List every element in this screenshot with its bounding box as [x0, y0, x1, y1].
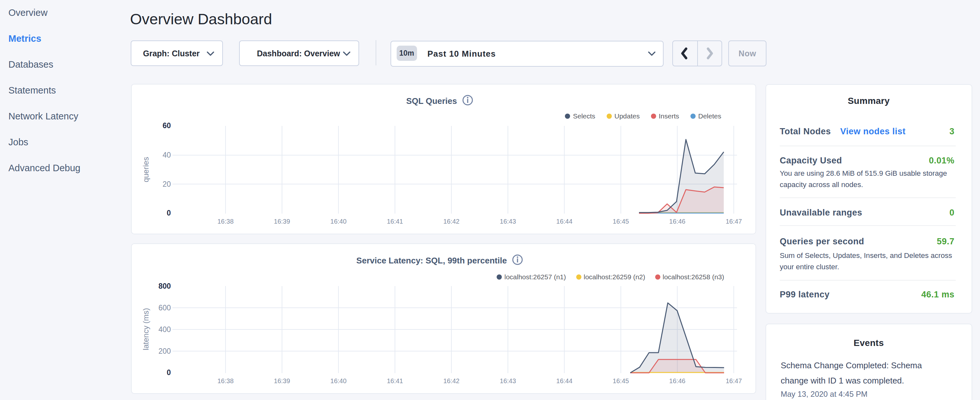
svg-text:16:40: 16:40: [330, 218, 347, 225]
svg-text:16:43: 16:43: [500, 218, 516, 225]
svg-text:latency (ms): latency (ms): [142, 308, 150, 351]
svg-text:60: 60: [162, 121, 171, 130]
svg-text:0: 0: [167, 209, 171, 217]
svg-text:16:39: 16:39: [274, 377, 290, 384]
svg-text:20: 20: [162, 180, 171, 188]
svg-text:16:47: 16:47: [726, 377, 742, 384]
svg-text:16:47: 16:47: [726, 218, 742, 225]
svg-text:16:41: 16:41: [387, 218, 403, 225]
svg-text:16:43: 16:43: [500, 377, 516, 384]
svg-text:200: 200: [159, 347, 171, 355]
svg-text:0: 0: [167, 368, 171, 377]
svg-text:16:44: 16:44: [556, 218, 572, 225]
svg-text:16:41: 16:41: [387, 377, 403, 384]
svg-text:40: 40: [162, 151, 171, 159]
svg-text:16:40: 16:40: [330, 377, 347, 384]
svg-text:16:46: 16:46: [669, 377, 685, 384]
svg-text:800: 800: [159, 282, 171, 290]
svg-text:16:38: 16:38: [217, 377, 234, 384]
svg-text:16:44: 16:44: [556, 377, 572, 384]
svg-text:16:45: 16:45: [613, 218, 629, 225]
svg-text:16:42: 16:42: [443, 218, 460, 225]
svg-text:16:45: 16:45: [613, 377, 629, 384]
svg-text:600: 600: [159, 304, 171, 312]
svg-text:16:42: 16:42: [443, 377, 460, 384]
svg-text:400: 400: [159, 325, 171, 334]
svg-text:16:46: 16:46: [669, 218, 685, 225]
svg-text:16:38: 16:38: [217, 218, 234, 225]
svg-text:queries: queries: [142, 157, 150, 183]
svg-text:16:39: 16:39: [274, 218, 290, 225]
